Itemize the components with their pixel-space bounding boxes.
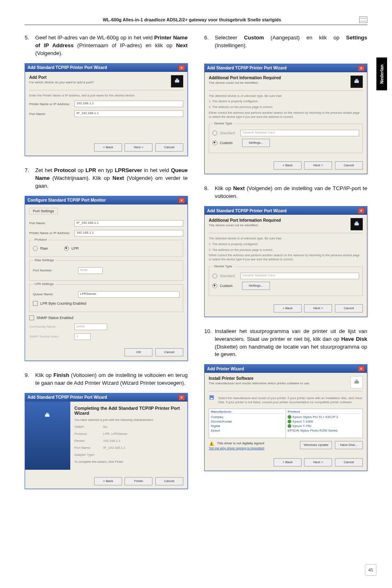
- step9-num: 9.: [25, 372, 34, 379]
- t: en typ: [96, 167, 115, 173]
- next-button[interactable]: Next >: [125, 143, 152, 152]
- list-item[interactable]: Compaq: [211, 415, 284, 419]
- wizard-subheading: The device could not be identified.: [209, 223, 281, 227]
- list-item[interactable]: Digital: [211, 424, 284, 428]
- chk-snmp[interactable]: SNMP Status Enabled: [29, 315, 183, 320]
- signed-icon: [288, 415, 291, 419]
- step5-text: Geef het IP-adres van de WL-600g op in h…: [35, 34, 188, 57]
- snmp-idx-input: 1: [74, 333, 91, 340]
- close-icon[interactable]: ×: [178, 65, 185, 71]
- back-button[interactable]: < Back: [274, 161, 302, 170]
- finish-button[interactable]: Finish: [125, 477, 152, 485]
- t: Raw: [40, 246, 48, 250]
- screenshot-additional-info-2: Add Standard TCP/IP Printer Port Wizard …: [204, 206, 367, 317]
- list-item[interactable]: Epson T-750: [288, 424, 361, 428]
- t: Next: [233, 185, 244, 191]
- step7-num: 7.: [25, 167, 34, 175]
- cancel-button[interactable]: Cancel: [335, 304, 363, 312]
- window-title: Add Standard TCP/IP Printer Port Wizard: [207, 66, 287, 70]
- queue-input[interactable]: LPRServer: [78, 291, 180, 298]
- completing-sub: You have selected a port with the follow…: [74, 418, 183, 422]
- radio-custom[interactable]: Custom Settings...: [212, 282, 359, 290]
- portname-input[interactable]: IP_192.168.1.1: [74, 220, 183, 227]
- screenshot-completing: Add Standard TCP/IP Printer Port Wizard …: [25, 393, 188, 489]
- tab-port-settings[interactable]: Port Settings: [29, 208, 58, 214]
- t: Geef het IP-adres van de WL-600g op in h…: [35, 34, 154, 41]
- printer-icon: [350, 76, 363, 88]
- t: LPR: [85, 167, 96, 173]
- settings-button[interactable]: Settings...: [242, 282, 270, 290]
- wizard-heading: Additional Port Information Required: [209, 76, 281, 80]
- t: Device:: [74, 439, 103, 443]
- screenshot-add-port: Add Standard TCP/IP Printer Port Wizard …: [25, 63, 188, 156]
- body-line: Either correct the address and perform a…: [209, 253, 363, 262]
- close-icon[interactable]: ×: [358, 65, 364, 71]
- snmp-comm-label: Community Name:: [29, 325, 74, 328]
- chk-byte-counting[interactable]: LPR Byte Counting Enabled: [33, 301, 180, 306]
- cancel-button[interactable]: Cancel: [335, 161, 363, 170]
- t: Protocol:: [74, 432, 103, 436]
- raw-group: Raw Settings: [33, 258, 55, 262]
- list-item[interactable]: Epson T-1000: [288, 419, 361, 424]
- t: Standard: [220, 131, 240, 135]
- wizard-subheading: The device could not be identified.: [209, 81, 281, 85]
- back-button[interactable]: < Back: [274, 458, 302, 466]
- list-item[interactable]: Diconix/Kodak: [211, 419, 284, 424]
- back-button[interactable]: < Back: [274, 304, 302, 312]
- list-item[interactable]: EPSON Stylus Photo R250 Series: [288, 428, 361, 433]
- device-type-group: Device Type: [212, 122, 234, 125]
- ip-input[interactable]: 192.168.1.1: [74, 101, 183, 107]
- step7-text: Zet het Protocol op LPR en typ LPRServer…: [35, 167, 188, 190]
- ok-button[interactable]: OK: [125, 348, 152, 356]
- t: Have Disk: [341, 336, 367, 342]
- t: (Diskette) om handmatig de locatie van h…: [215, 344, 367, 358]
- step6-text: Selecteer Custom (Aangepast) en klik op …: [215, 34, 367, 50]
- t: (Printernaam of IP-adres) en klik op: [74, 42, 176, 48]
- radio-custom[interactable]: Custom Settings...: [212, 139, 359, 147]
- cancel-button[interactable]: Cancel: [335, 458, 363, 466]
- window-title: Add Standard TCP/IP Printer Port Wizard: [28, 395, 107, 400]
- next-button[interactable]: Next >: [304, 161, 332, 170]
- svg-rect-2: [211, 443, 212, 444]
- screenshot-add-printer: Add Printer Wizard × Install Printer Sof…: [204, 364, 367, 471]
- next-button[interactable]: Next >: [304, 458, 332, 466]
- t: Custom: [220, 141, 240, 145]
- t: Klik op: [35, 372, 53, 378]
- close-icon[interactable]: ×: [358, 366, 364, 372]
- why-link[interactable]: Tell me why driver signing is important: [209, 446, 265, 450]
- t: Epson T-750: [293, 424, 311, 428]
- close-icon[interactable]: ×: [358, 208, 364, 214]
- right-column: 6. Selecteer Custom (Aangepast) en klik …: [204, 34, 367, 500]
- close-icon[interactable]: ×: [178, 198, 185, 203]
- t: Standard: [220, 274, 240, 278]
- list-item[interactable]: Epson: [211, 428, 284, 433]
- back-button[interactable]: < Back: [94, 143, 122, 152]
- manufacturer-list[interactable]: Manufacturer Compaq Diconix/Kodak Digita…: [209, 409, 286, 438]
- next-button[interactable]: Next >: [304, 304, 332, 312]
- portname-input[interactable]: IP_192.168.1.1: [74, 110, 183, 117]
- summary-row: Port Name:IP_192.168.1.1: [74, 446, 183, 450]
- cancel-button[interactable]: Cancel: [155, 143, 183, 152]
- cancel-button[interactable]: Cancel: [155, 348, 183, 356]
- radio-lpr[interactable]: LPR: [64, 246, 79, 251]
- screenshot-port-settings: Configure Standard TCP/IP Port Monitor ×…: [25, 196, 188, 361]
- radio-raw[interactable]: Raw: [33, 246, 48, 251]
- radio-standard[interactable]: Standard Generic Network Card: [212, 273, 359, 279]
- page-number: 45: [365, 564, 376, 576]
- window-title: Add Printer Wizard: [207, 367, 244, 371]
- t: IP_192.168.1.1: [103, 446, 125, 450]
- windows-update-button[interactable]: Windows Update: [300, 441, 332, 449]
- step6-num: 6.: [204, 34, 213, 42]
- settings-button[interactable]: Settings...: [242, 139, 270, 147]
- radio-standard[interactable]: Standard Generic Network Card: [212, 130, 359, 136]
- have-disk-button[interactable]: Have Disk...: [335, 441, 363, 449]
- back-button[interactable]: < Back: [94, 477, 122, 485]
- ip-input[interactable]: 192.168.1.1: [74, 230, 183, 237]
- snmp-idx-label: SNMP Device Index:: [29, 335, 74, 338]
- printers-list[interactable]: Printers Epson Stylus Pro XL+ ESC/P 2 Ep…: [286, 409, 362, 438]
- window-title: Add Standard TCP/IP Printer Port Wizard: [28, 65, 107, 70]
- cancel-button[interactable]: Cancel: [155, 477, 183, 485]
- list-item[interactable]: Epson Stylus Pro XL+ ESC/P 2: [288, 415, 361, 419]
- printer-icon: [350, 376, 363, 388]
- close-icon[interactable]: ×: [178, 395, 185, 400]
